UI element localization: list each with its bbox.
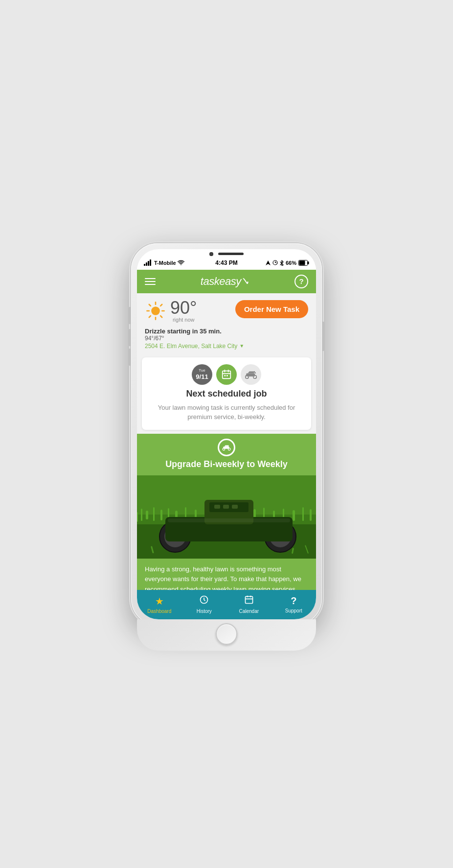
upgrade-section[interactable]: Upgrade Bi-weekly to Weekly (137, 434, 316, 590)
phone-screen: T-Mobile 4:43 PM (137, 249, 316, 619)
svg-rect-4 (308, 261, 309, 264)
lawnmower-icon (245, 370, 257, 379)
support-icon: ? (291, 595, 296, 607)
upgrade-mower-icon (218, 439, 235, 456)
calendar-badge (216, 364, 237, 385)
help-button[interactable]: ? (294, 275, 308, 288)
upgrade-header: Upgrade Bi-weekly to Weekly (137, 434, 316, 475)
dashboard-icon: ★ (155, 595, 164, 607)
svg-line-13 (149, 316, 151, 317)
svg-rect-68 (245, 596, 252, 603)
history-label: History (197, 609, 212, 614)
status-bar: T-Mobile 4:43 PM (137, 256, 316, 270)
svg-line-12 (160, 304, 162, 305)
svg-rect-60 (214, 505, 220, 509)
phone-device: T-Mobile 4:43 PM (131, 243, 322, 625)
mower-badge (241, 364, 261, 385)
svg-rect-49 (302, 507, 304, 521)
nav-item-history[interactable]: History (182, 590, 227, 619)
wifi-icon (178, 260, 184, 265)
app-logo: taskeasy✓ (201, 275, 249, 288)
bottom-nav: ★ Dashboard History (137, 590, 316, 619)
svg-rect-62 (232, 505, 238, 509)
bluetooth-icon (280, 260, 284, 266)
history-icon (199, 595, 209, 607)
svg-rect-31 (141, 509, 142, 521)
day-label: Tue (199, 368, 205, 373)
app-header: taskeasy✓ ? (137, 270, 316, 293)
help-icon: ? (299, 277, 303, 285)
nav-item-dashboard[interactable]: ★ Dashboard (137, 590, 182, 619)
nav-item-calendar[interactable]: Calendar (226, 590, 272, 619)
signal-bars (144, 259, 151, 266)
temperature-display: 90° right now (170, 299, 197, 323)
status-time: 4:43 PM (215, 259, 237, 266)
svg-line-23 (254, 371, 256, 373)
weather-details: Drizzle starting in 35 min. 94°/67° 2504… (137, 327, 316, 353)
upgrade-title: Upgrade Bi-weekly to Weekly (145, 459, 308, 469)
svg-line-10 (149, 304, 151, 305)
battery-icon (298, 260, 309, 266)
temp-label: right now (170, 317, 197, 323)
nav-item-support[interactable]: ? Support (272, 590, 317, 619)
svg-rect-26 (223, 446, 229, 449)
lawn-mower-image (137, 475, 316, 559)
weather-section: 90° right now Order New Task (137, 293, 316, 327)
svg-rect-50 (310, 509, 312, 521)
home-button[interactable] (216, 623, 237, 645)
temp-range: 94°/67° (145, 335, 308, 342)
svg-line-11 (160, 316, 162, 317)
support-label: Support (285, 608, 302, 613)
lawn-scene-svg (137, 475, 316, 559)
drizzle-text: Drizzle starting in 35 min. (145, 328, 308, 335)
calendar-icon (221, 369, 232, 380)
logo-text: taskeasy (201, 275, 241, 287)
svg-rect-18 (224, 375, 226, 376)
svg-rect-30 (137, 512, 138, 522)
temp-value: 90° (170, 299, 197, 317)
job-description: Your lawn mowing task is currently sched… (150, 403, 303, 422)
address-text: 2504 E. Elm Avenue, Salt Lake City (145, 343, 237, 350)
dropdown-arrow-icon[interactable]: ▼ (239, 343, 244, 349)
job-icons-row: Tue 9/11 (150, 364, 303, 385)
svg-rect-61 (223, 505, 229, 509)
svg-rect-66 (168, 518, 290, 522)
location-icon (266, 260, 271, 265)
status-right: 66% (266, 260, 309, 266)
svg-rect-34 (160, 510, 162, 520)
alarm-icon (272, 260, 278, 265)
calendar-label: Calendar (239, 609, 259, 614)
battery-percent: 66% (286, 260, 296, 266)
svg-rect-3 (299, 260, 305, 265)
svg-rect-48 (293, 510, 295, 521)
calendar-nav-icon (244, 595, 254, 607)
date-number: 9/11 (196, 373, 208, 381)
sun-icon (145, 300, 166, 322)
location-address: 2504 E. Elm Avenue, Salt Lake City ▼ (145, 343, 308, 350)
date-badge: Tue 9/11 (192, 364, 212, 385)
order-new-task-button[interactable]: Order New Task (235, 300, 308, 318)
svg-rect-33 (153, 507, 155, 521)
main-content: 90° right now Order New Task Drizzle sta… (137, 293, 316, 590)
carrier-name: T-Mobile (154, 260, 176, 266)
status-left: T-Mobile (144, 259, 184, 266)
weather-left: 90° right now (145, 299, 197, 323)
svg-rect-14 (223, 371, 231, 378)
svg-point-5 (151, 306, 160, 315)
svg-rect-32 (146, 511, 148, 519)
job-card: Tue 9/11 (142, 357, 311, 430)
svg-rect-19 (226, 375, 228, 376)
dashboard-label: Dashboard (147, 609, 171, 614)
svg-rect-22 (246, 373, 255, 376)
upgrade-description-panel: Having a strong, healthy lawn is somethi… (137, 559, 316, 590)
svg-marker-0 (266, 260, 271, 265)
menu-button[interactable] (145, 278, 156, 285)
job-title: Next scheduled job (150, 389, 303, 399)
upgrade-desc-text: Having a strong, healthy lawn is somethi… (145, 564, 308, 590)
upgrade-mower-svg (222, 444, 231, 451)
